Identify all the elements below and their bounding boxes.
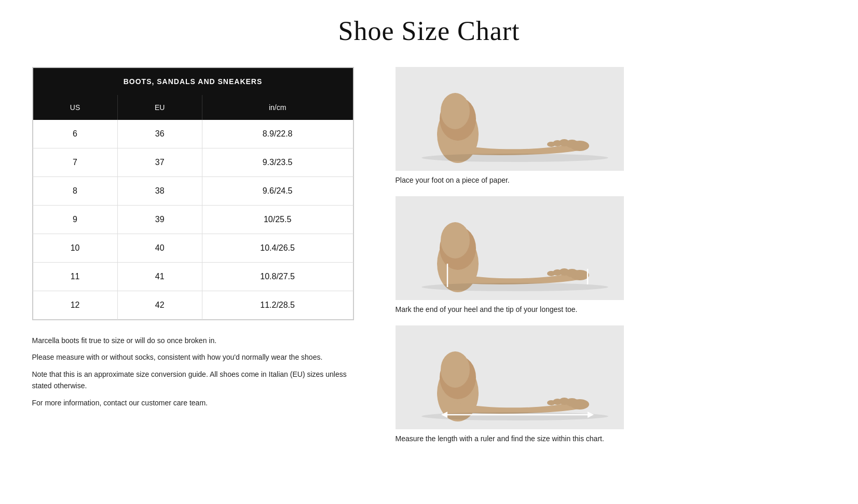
foot-image-3 xyxy=(396,325,624,429)
note-3: Note that this is an approximate size co… xyxy=(32,369,354,392)
caption-3: Measure the length with a ruler and find… xyxy=(396,433,826,444)
page-title: Shoe Size Chart xyxy=(338,16,520,46)
svg-point-31 xyxy=(421,412,608,420)
table-row: 6368.9/22.8 xyxy=(33,120,353,148)
right-section: Place your foot on a piece of paper. xyxy=(396,67,826,444)
cell-row4-col1: 40 xyxy=(117,234,202,263)
col-header-eu: EU xyxy=(117,95,202,120)
size-table-wrapper: BOOTS, SANDALS AND SNEAKERS US EU in/cm … xyxy=(32,67,354,320)
cell-row0-col1: 36 xyxy=(117,120,202,148)
instruction-block-2: Mark the end of your heel and the tip of… xyxy=(396,196,826,315)
cell-row1-col0: 7 xyxy=(33,148,117,177)
instruction-block-1: Place your foot on a piece of paper. xyxy=(396,67,826,186)
table-row: 8389.6/24.5 xyxy=(33,177,353,206)
notes-section: Marcella boots fit true to size or will … xyxy=(32,335,354,408)
note-1: Marcella boots fit true to size or will … xyxy=(32,335,354,346)
column-headers-row: US EU in/cm xyxy=(33,95,353,120)
cell-row1-col2: 9.3/23.5 xyxy=(202,148,353,177)
cell-row6-col0: 12 xyxy=(33,291,117,320)
svg-point-30 xyxy=(441,351,470,388)
col-header-us: US xyxy=(33,95,117,120)
cell-row6-col1: 42 xyxy=(117,291,202,320)
svg-point-18 xyxy=(441,222,470,258)
table-row: 7379.3/23.5 xyxy=(33,148,353,177)
cell-row0-col2: 8.9/22.8 xyxy=(202,120,353,148)
note-2: Please measure with or without socks, co… xyxy=(32,351,354,363)
cell-row2-col2: 9.6/24.5 xyxy=(202,177,353,206)
size-table: BOOTS, SANDALS AND SNEAKERS US EU in/cm … xyxy=(33,67,353,320)
svg-point-16 xyxy=(547,271,555,276)
cell-row1-col1: 37 xyxy=(117,148,202,177)
cell-row3-col1: 39 xyxy=(117,206,202,234)
cell-row0-col0: 6 xyxy=(33,120,117,148)
table-row: 93910/25.5 xyxy=(33,206,353,234)
cell-row3-col2: 10/25.5 xyxy=(202,206,353,234)
note-4: For more information, contact our custom… xyxy=(32,397,354,408)
caption-1: Place your foot on a piece of paper. xyxy=(396,175,826,186)
cell-row2-col0: 8 xyxy=(33,177,117,206)
svg-point-8 xyxy=(441,93,470,129)
cell-row6-col2: 11.2/28.5 xyxy=(202,291,353,320)
cell-row4-col0: 10 xyxy=(33,234,117,263)
table-row: 114110.8/27.5 xyxy=(33,263,353,291)
caption-2: Mark the end of your heel and the tip of… xyxy=(396,304,826,315)
cell-row5-col1: 41 xyxy=(117,263,202,291)
main-content: BOOTS, SANDALS AND SNEAKERS US EU in/cm … xyxy=(32,67,826,444)
size-table-body: 6368.9/22.87379.3/23.58389.6/24.593910/2… xyxy=(33,120,353,320)
cell-row5-col2: 10.8/27.5 xyxy=(202,263,353,291)
cell-row4-col2: 10.4/26.5 xyxy=(202,234,353,263)
table-category-label: BOOTS, SANDALS AND SNEAKERS xyxy=(33,68,353,96)
cell-row2-col1: 38 xyxy=(117,177,202,206)
svg-point-28 xyxy=(547,400,555,405)
svg-point-6 xyxy=(547,142,555,147)
table-row: 104010.4/26.5 xyxy=(33,234,353,263)
col-header-incm: in/cm xyxy=(202,95,353,120)
left-section: BOOTS, SANDALS AND SNEAKERS US EU in/cm … xyxy=(32,67,354,444)
svg-point-9 xyxy=(421,154,608,162)
foot-image-1 xyxy=(396,67,624,171)
table-row: 124211.2/28.5 xyxy=(33,291,353,320)
foot-image-2 xyxy=(396,196,624,300)
cell-row5-col0: 11 xyxy=(33,263,117,291)
svg-point-19 xyxy=(421,283,608,291)
cell-row3-col0: 9 xyxy=(33,206,117,234)
table-category-row: BOOTS, SANDALS AND SNEAKERS xyxy=(33,68,353,96)
instruction-block-3: Measure the length with a ruler and find… xyxy=(396,325,826,444)
